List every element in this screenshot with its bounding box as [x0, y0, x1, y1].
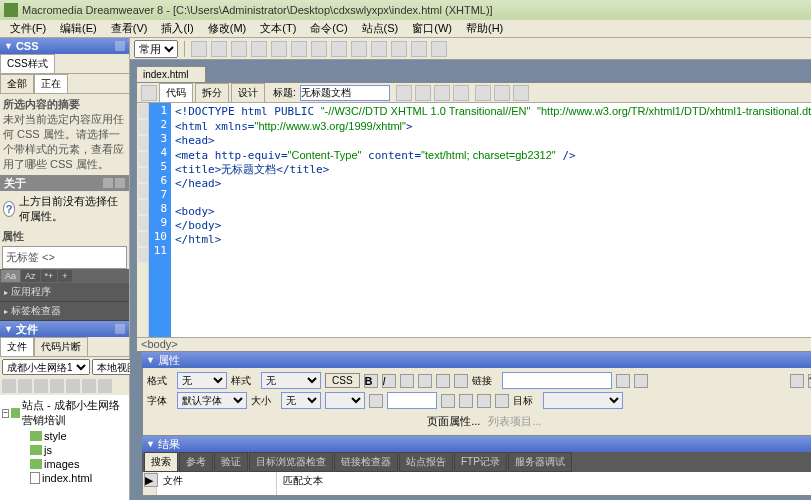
style-select[interactable]: 无 — [261, 372, 321, 389]
hyperlink-icon[interactable] — [191, 41, 207, 57]
results-header[interactable]: ▼结果 — [142, 436, 811, 452]
menu-help[interactable]: 帮助(H) — [460, 20, 509, 37]
results-tab-ref[interactable]: 参考 — [179, 452, 213, 472]
menu-commands[interactable]: 命令(C) — [304, 20, 353, 37]
results-tab-site[interactable]: 站点报告 — [399, 452, 453, 472]
snippets-tab[interactable]: 代码片断 — [34, 337, 88, 356]
server-icon[interactable] — [331, 41, 347, 57]
email-icon[interactable] — [211, 41, 227, 57]
quick-tag-icon[interactable] — [790, 374, 804, 388]
align-left-icon[interactable] — [400, 374, 414, 388]
align-right-icon[interactable] — [436, 374, 450, 388]
menu-edit[interactable]: 编辑(E) — [54, 20, 103, 37]
site-select[interactable]: 成都小生网络1 — [2, 359, 90, 375]
italic-icon[interactable]: I — [382, 374, 396, 388]
menu-insert[interactable]: 插入(I) — [155, 20, 199, 37]
link-folder-icon[interactable] — [616, 374, 630, 388]
head-icon[interactable] — [371, 41, 387, 57]
script-icon[interactable] — [391, 41, 407, 57]
indent-icon[interactable] — [495, 394, 509, 408]
view-options-icon[interactable] — [494, 85, 510, 101]
ol-icon[interactable] — [459, 394, 473, 408]
results-tab-search[interactable]: 搜索 — [144, 452, 178, 472]
css-current-tab[interactable]: 正在 — [34, 74, 68, 93]
align-center-icon[interactable] — [418, 374, 432, 388]
menu-file[interactable]: 文件(F) — [4, 20, 52, 37]
view-icon[interactable] — [141, 85, 157, 101]
outdent-icon[interactable] — [477, 394, 491, 408]
css-all-tab[interactable]: 全部 — [0, 74, 34, 93]
date-icon[interactable] — [311, 41, 327, 57]
refresh-icon[interactable] — [18, 379, 32, 393]
size-unit[interactable] — [325, 392, 365, 409]
css-panel-header[interactable]: ▼CSS — [0, 38, 129, 54]
results-tab-browser[interactable]: 目标浏览器检查 — [249, 452, 333, 472]
about-header[interactable]: 关于 — [0, 175, 129, 191]
template-icon[interactable] — [411, 41, 427, 57]
table-icon[interactable] — [251, 41, 267, 57]
color-icon[interactable] — [369, 394, 383, 408]
get-icon[interactable] — [34, 379, 48, 393]
menu-text[interactable]: 文本(T) — [254, 20, 302, 37]
format-select[interactable]: 无 — [177, 372, 227, 389]
results-tab-validate[interactable]: 验证 — [214, 452, 248, 472]
link-input[interactable] — [502, 372, 612, 389]
menu-window[interactable]: 窗口(W) — [406, 20, 458, 37]
code-text[interactable]: <!DOCTYPE html PUBLIC "-//W3C//DTD XHTML… — [171, 103, 811, 337]
media-icon[interactable] — [291, 41, 307, 57]
menu-view[interactable]: 查看(V) — [105, 20, 154, 37]
design-view-button[interactable]: 设计 — [231, 83, 265, 103]
visual-aids-icon[interactable] — [513, 85, 529, 101]
checkout-icon[interactable] — [66, 379, 80, 393]
applications-panel[interactable]: 应用程序 — [0, 283, 129, 302]
tree-root[interactable]: −站点 - 成都小生网络营销培训 — [2, 397, 127, 429]
tree-folder-style[interactable]: style — [2, 429, 127, 443]
css-button[interactable]: CSS — [325, 373, 360, 388]
tree-folder-images[interactable]: images — [2, 457, 127, 471]
preview-icon[interactable] — [453, 85, 469, 101]
results-run-icon[interactable]: ▶ — [144, 473, 158, 487]
align-justify-icon[interactable] — [454, 374, 468, 388]
css-styles-tab[interactable]: CSS样式 — [0, 54, 55, 73]
image-icon[interactable] — [271, 41, 287, 57]
page-properties-button[interactable]: 页面属性... — [427, 414, 480, 429]
file-mgmt-icon[interactable] — [434, 85, 450, 101]
refresh-design-icon[interactable] — [475, 85, 491, 101]
validate-icon[interactable] — [415, 85, 431, 101]
anchor-icon[interactable] — [231, 41, 247, 57]
title-input[interactable] — [300, 85, 390, 101]
panel-menu-icon[interactable] — [115, 41, 125, 51]
document-tab[interactable]: index.html — [136, 66, 206, 82]
ul-icon[interactable] — [441, 394, 455, 408]
split-view-button[interactable]: 拆分 — [195, 83, 229, 103]
color-input[interactable] — [387, 392, 437, 409]
properties-header[interactable]: ▼属性 — [142, 352, 811, 368]
results-col-file: 文件 — [157, 472, 277, 495]
code-view-button[interactable]: 代码 — [159, 83, 193, 103]
files-tab[interactable]: 文件 — [0, 337, 34, 356]
bold-icon[interactable]: B — [364, 374, 378, 388]
target-select[interactable] — [543, 392, 623, 409]
no-browser-check-icon[interactable] — [396, 85, 412, 101]
results-tab-server[interactable]: 服务器调试 — [508, 452, 572, 472]
tag-icon[interactable] — [431, 41, 447, 57]
menu-site[interactable]: 站点(S) — [356, 20, 405, 37]
expand-icon[interactable] — [98, 379, 112, 393]
put-icon[interactable] — [50, 379, 64, 393]
files-panel-header[interactable]: ▼文件 — [0, 321, 129, 337]
results-tab-links[interactable]: 链接检查器 — [334, 452, 398, 472]
tree-folder-js[interactable]: js — [2, 443, 127, 457]
font-select[interactable]: 默认字体 — [177, 392, 247, 409]
menu-modify[interactable]: 修改(M) — [202, 20, 253, 37]
tag-inspector-panel[interactable]: 标签检查器 — [0, 302, 129, 321]
checkin-icon[interactable] — [82, 379, 96, 393]
code-editor[interactable]: 1234567891011 <!DOCTYPE html PUBLIC "-//… — [137, 103, 811, 337]
tree-file-index[interactable]: index.html — [2, 471, 127, 485]
size-select[interactable]: 无 — [281, 392, 321, 409]
results-tab-ftp[interactable]: FTP记录 — [454, 452, 507, 472]
tag-selector[interactable]: <body> — [137, 337, 811, 351]
insert-category[interactable]: 常用 — [134, 40, 178, 58]
connect-icon[interactable] — [2, 379, 16, 393]
comment-icon[interactable] — [351, 41, 367, 57]
link-point-icon[interactable] — [634, 374, 648, 388]
